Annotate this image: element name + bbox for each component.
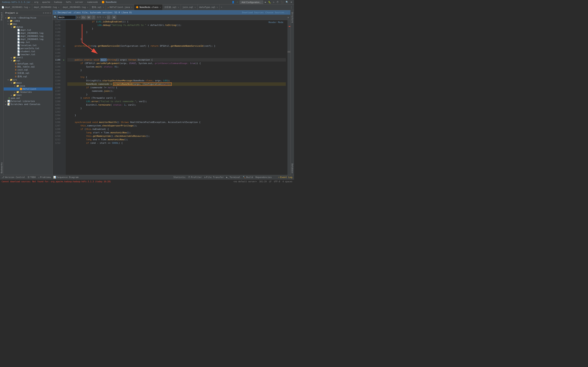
tab-close[interactable]: ✕ <box>87 6 88 8</box>
bookmarks-label[interactable]: Bookmarks <box>1 161 3 175</box>
sequence-diagram-item[interactable]: 📊 Sequence Diagram <box>53 176 78 179</box>
tree-student-txt[interactable]: 📄 student.txt <box>4 50 52 53</box>
problems-item[interactable]: ⚠ Problems <box>38 176 51 179</box>
download-sources-link[interactable]: Download Sources <box>242 11 264 14</box>
tree-dept-log1[interactable]: 📄 dept_20200401.log <box>4 32 52 35</box>
tab-dept-20200401[interactable]: 📄 dept_20200401.log ✕ <box>0 4 32 10</box>
tab-close[interactable]: ✕ <box>58 6 59 8</box>
tree-dept-txt[interactable]: 📄 dept.txt <box>4 29 52 32</box>
tab-close[interactable]: ✕ <box>178 6 179 8</box>
bookmark-icon[interactable]: ⬛ <box>281 1 284 3</box>
tree-partition-sql[interactable]: 🗎 分区表.sql <box>4 71 52 75</box>
tree-doc[interactable]: ▼ 📁 doc <box>4 22 52 25</box>
run-icon[interactable]: ▶ <box>265 1 266 3</box>
tab-menu[interactable]: ⋮ <box>289 4 294 10</box>
tab-close[interactable]: ✕ <box>217 6 218 8</box>
database-label[interactable]: Database <box>291 162 293 175</box>
tree-test[interactable]: ▶ 📁 test <box>4 94 52 97</box>
tab-datatype-sql[interactable]: dataType.sql ✕ <box>198 4 220 10</box>
debug-icon[interactable]: 🐛 <box>268 1 271 3</box>
settings-icon[interactable]: ⚙ <box>291 1 292 3</box>
profiler-item[interactable]: ⏱ Profiler <box>188 176 202 179</box>
coverage-icon[interactable]: ▷ <box>273 1 275 3</box>
choose-sources-link[interactable]: Choose Sources... <box>265 11 288 14</box>
sidebar-close-icon[interactable]: ✕ <box>49 12 51 14</box>
statistic-item[interactable]: Statistic <box>173 176 186 179</box>
tree-dept-log2[interactable]: 📄 dept_20200402.log <box>4 35 52 38</box>
tree-location-txt[interactable]: 📄 location.txt <box>4 44 52 47</box>
bc-namenode-class[interactable]: NameNode <box>106 1 117 3</box>
tab-close[interactable]: ✕ <box>29 6 30 8</box>
event-log-item[interactable]: ⚡ Event Log <box>278 176 292 179</box>
tree-dept-log3[interactable]: 📄 dept_20200403.log <box>4 38 52 41</box>
tab-namenode-class[interactable]: 🔶 NameNode.class ✕ <box>134 4 163 10</box>
tab-dept-20200402[interactable]: dept_20200402.log ✕ <box>32 4 61 10</box>
tab-more[interactable]: ▾ <box>220 4 224 10</box>
bc-hdfs[interactable]: hdfs <box>66 1 71 3</box>
tree-datas[interactable]: ▼ 📁 datas <box>4 25 52 29</box>
tab-close[interactable]: ✕ <box>195 6 196 8</box>
tab-partition-sql[interactable]: 分区表.sql ✕ <box>163 4 181 10</box>
back-icon[interactable]: ↩ <box>237 1 238 3</box>
dependencies-item[interactable]: Dependencies <box>255 176 272 179</box>
tree-main[interactable]: ▼ 📁 main <box>4 81 52 84</box>
search-icon[interactable]: 🔍 <box>286 1 288 3</box>
tab-join-sql[interactable]: join.sql ✕ <box>181 4 198 10</box>
gutter-1188[interactable]: ▶ <box>62 58 66 62</box>
filter-button[interactable]: ▼ <box>112 16 116 19</box>
regex-button[interactable]: .* <box>92 16 95 19</box>
build-item[interactable]: 🔨 Build <box>243 176 253 179</box>
match-case-button[interactable]: Cc <box>81 16 86 19</box>
tree-scratches[interactable]: ▶ 📝 Scratches and Consoles <box>4 103 52 106</box>
search-close-x[interactable]: ✕ <box>77 16 78 18</box>
tree-java[interactable]: ▼ 📁 java <box>4 84 52 87</box>
scrollbar-thumb[interactable] <box>287 51 290 53</box>
tree-join-sql[interactable]: 🗎 join.sql <box>4 68 52 71</box>
code-scroll[interactable]: 1177 1178 1179 1180 1181 1182 1183 1184 … <box>53 20 290 175</box>
tab-close[interactable]: ✕ <box>131 6 132 8</box>
version-control-item[interactable]: ⎇ Version Control <box>2 176 25 179</box>
next-match-icon[interactable]: ↓ <box>105 16 106 18</box>
tree-sql[interactable]: ▼ 📁 sql <box>4 59 52 62</box>
profiler-icon[interactable]: ⏱ <box>277 1 279 3</box>
bc-namenode[interactable]: namenode <box>87 1 98 3</box>
tree-query-sql[interactable]: 🗎 查询.sql <box>4 75 52 78</box>
tree-pom-xml[interactable]: 🗎 pom.xml <box>4 97 52 100</box>
todo-item[interactable]: ☰ TODO <box>27 176 36 179</box>
reader-mode-button[interactable]: Reader Mode <box>268 20 283 25</box>
bc-hadoop[interactable]: hadoop <box>54 1 62 3</box>
code-content[interactable]: if (LOG.isDebugEnabled()) { LOG.debug("S… <box>66 20 287 175</box>
structure-label[interactable]: Structure <box>291 10 293 25</box>
tree-ddl-sql[interactable]: 🗎 DDL_table.sql <box>4 65 52 68</box>
tab-hdfsclient[interactable]: ☕ HdfsClient.java ✕ <box>106 4 134 10</box>
bc-server[interactable]: server <box>75 1 83 3</box>
tree-ext-libs[interactable]: ▶ 📊 External Libraries <box>4 100 52 103</box>
search-refresh[interactable]: ↺ <box>79 16 80 18</box>
project-panel-label[interactable]: Project <box>1 10 3 22</box>
tree-idea[interactable]: ▶ 📁 .idea <box>4 19 52 22</box>
tree-hdfsclient[interactable]: 🟠 HdfsClient <box>4 87 52 91</box>
tab-close[interactable]: ✕ <box>103 6 104 8</box>
terminal-item[interactable]: ▶_ Terminal <box>226 176 240 179</box>
whole-word-button[interactable]: W <box>87 16 91 19</box>
tree-personinfo-txt[interactable]: 📄 personInfo.txt <box>4 47 52 50</box>
bc-org[interactable]: org <box>34 1 38 3</box>
sidebar-scope-icon[interactable]: ⊙ <box>43 12 44 14</box>
tree-root[interactable]: ▼ 📁 hive ~/Desktop/hive <box>4 16 52 19</box>
tab-query-sql[interactable]: 查询.sql ✕ <box>90 4 106 10</box>
tree-emp-txt[interactable]: 📄 emp.txt <box>4 41 52 44</box>
tree-shell[interactable]: ▶ 📁 shell <box>4 56 52 59</box>
add-configuration-button[interactable]: Add Configuration... <box>240 1 263 4</box>
file-transfer-item[interactable]: ⇅ File Transfer <box>204 176 224 179</box>
expand-button[interactable]: □ <box>107 16 111 19</box>
tree-datatype-sql[interactable]: 🗎 dataType.sql <box>4 62 52 65</box>
tree-resources[interactable]: ▶ 📁 resources <box>4 91 52 94</box>
prev-match-icon[interactable]: ↑ <box>103 16 104 18</box>
tab-close[interactable]: ✕ <box>160 6 161 8</box>
sidebar-collapse-icon[interactable]: ≡ <box>45 12 47 14</box>
bc-jar[interactable]: hadoop-hdfs-3.1.3.jar <box>2 1 30 3</box>
search-close-button[interactable]: ✕ <box>287 16 289 19</box>
tree-src[interactable]: ▼ 📁 src <box>4 78 52 81</box>
bc-apache[interactable]: apache <box>42 1 50 3</box>
tree-teacher-txt[interactable]: 📄 teacher.txt <box>4 53 52 56</box>
